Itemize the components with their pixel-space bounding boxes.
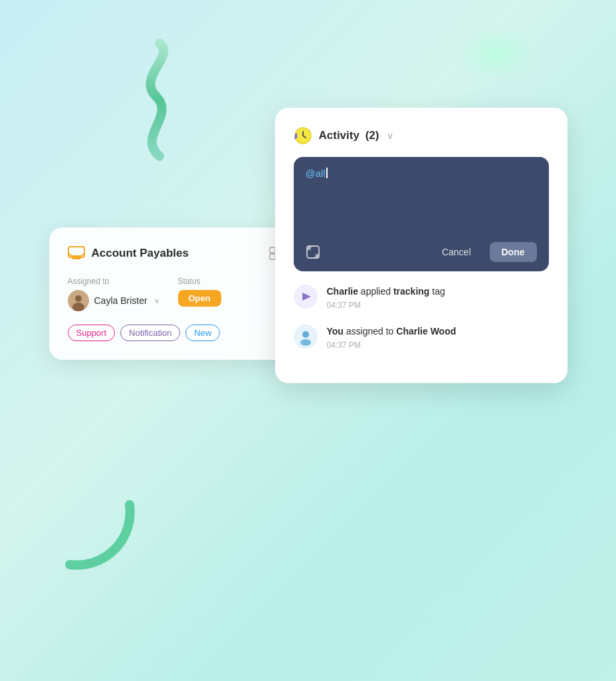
glow-decoration [457, 27, 536, 80]
activity-item-2-text: You assigned to Charlie Wood [327, 325, 549, 339]
card-back-meta: Assigned to Cayla Brister ∨ Status [68, 277, 283, 311]
card-back-title: Account Payables [92, 247, 189, 260]
activity-chevron[interactable]: ∨ [387, 130, 393, 141]
assignee-name: Cayla Brister [94, 295, 148, 306]
activity-item-2-timestamp: 04:37 PM [327, 340, 549, 350]
assigned-to-section: Assigned to Cayla Brister ∨ [68, 277, 173, 311]
user-activity-icon [294, 325, 318, 348]
activity-item-2-content: You assigned to Charlie Wood 04:37 PM [327, 325, 549, 350]
card-back-header: Account Payables [68, 246, 283, 261]
svg-rect-1 [270, 247, 275, 253]
activity-icon [294, 126, 312, 145]
status-section: Status Open [178, 277, 283, 311]
inbox-icon [68, 246, 85, 261]
svg-point-13 [302, 331, 309, 338]
assigned-label: Assigned to [68, 277, 173, 286]
comment-buttons: Cancel Done [430, 242, 537, 262]
activity-header: Activity (2) ∨ [294, 126, 549, 145]
activity-item-1: Charlie applied tracking tag 04:37 PM [294, 285, 549, 310]
activity-item-1-content: Charlie applied tracking tag 04:37 PM [327, 285, 549, 310]
cancel-button[interactable]: Cancel [430, 242, 483, 262]
comment-input[interactable]: @all [306, 168, 537, 234]
done-button[interactable]: Done [490, 242, 537, 262]
comment-box: @all Cancel Done [294, 157, 549, 271]
cards-container: Account Payables Assigned to [49, 108, 567, 573]
tag-notification[interactable]: Notification [120, 325, 180, 341]
activity-item-2-icon [294, 325, 318, 348]
svg-rect-3 [270, 254, 275, 259]
activity-card: Activity (2) ∨ @all Cancel Done [275, 108, 567, 383]
expand-icon[interactable] [306, 245, 320, 259]
tags-row: Support Notification New [68, 325, 283, 341]
svg-point-6 [75, 295, 82, 302]
status-badge[interactable]: Open [178, 290, 221, 307]
activity-item-1-text: Charlie applied tracking tag [327, 285, 549, 299]
card-back-title-row: Account Payables [68, 246, 189, 261]
tag-new[interactable]: New [185, 325, 220, 341]
tag-support[interactable]: Support [68, 325, 116, 341]
text-cursor [326, 168, 328, 178]
svg-point-14 [300, 339, 311, 346]
assignee-chevron: ∨ [154, 297, 159, 305]
comment-actions: Cancel Done [306, 242, 537, 262]
assignee-row[interactable]: Cayla Brister ∨ [68, 290, 173, 311]
account-payables-card: Account Payables Assigned to [49, 227, 302, 360]
tag-activity-icon [294, 285, 318, 309]
activity-item-1-icon [294, 285, 318, 309]
avatar-image [68, 290, 89, 311]
status-label: Status [178, 277, 283, 286]
avatar [68, 290, 89, 311]
activity-item-1-timestamp: 04:37 PM [327, 301, 549, 310]
mention-text: @all [306, 168, 326, 179]
activity-title: Activity (2) [319, 129, 379, 142]
activity-item-2: You assigned to Charlie Wood 04:37 PM [294, 325, 549, 350]
